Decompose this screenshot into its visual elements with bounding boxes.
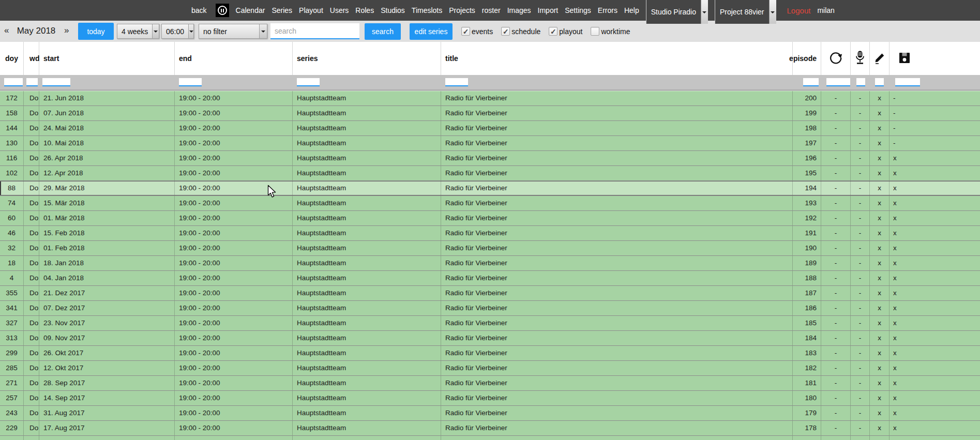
table-row[interactable]: 257Do,14. Sep 201719:00 - 20:00Hauptstad… [0,391,980,406]
table-row[interactable]: 116Do,26. Apr 201819:00 - 20:00Hauptstad… [0,151,980,166]
column-header-edit[interactable] [870,42,889,75]
column-header-save[interactable] [889,42,980,75]
column-header-rerun[interactable] [821,42,851,75]
cell-rerun: - [821,391,851,405]
nav-item-series[interactable]: Series [272,6,292,14]
table-row[interactable]: 4Do,04. Jan 201819:00 - 20:00Hauptstadtt… [0,271,980,286]
table-row[interactable]: 18Do,18. Jan 201819:00 - 20:00Hauptstadt… [0,256,980,271]
column-header-start[interactable]: start [39,42,175,75]
table-row[interactable]: 285Do,12. Okt 201719:00 - 20:00Hauptstad… [0,361,980,376]
filter-input-doy[interactable] [4,78,23,86]
time-select[interactable]: 06:00 [161,24,194,39]
cell-empty [889,436,980,440]
checkbox-events[interactable]: ✓events [461,27,493,36]
today-button[interactable]: today [78,23,114,40]
playout-checkbox-box[interactable]: ✓ [549,27,557,36]
schedule-checkbox-box[interactable]: ✓ [501,27,510,36]
table-row[interactable]: 158Do,07. Jun 201819:00 - 20:00Hauptstad… [0,106,980,121]
studio-select[interactable]: Studio Piradio [646,0,708,24]
nav-item-roles[interactable]: Roles [355,6,374,14]
column-header-mic[interactable] [851,42,870,75]
checkbox-playout[interactable]: ✓playout [549,27,582,36]
worktime-checkbox-box[interactable] [591,27,599,36]
logout-link[interactable]: Logout [787,6,811,15]
filter-input-wd[interactable] [26,78,38,86]
search-button[interactable]: search [365,23,401,40]
edit-series-button[interactable]: edit series [410,23,453,40]
table-row[interactable]: 32Do,01. Feb 201819:00 - 20:00Hauptstadt… [0,241,980,256]
table-row[interactable]: 130Do,10. Mai 201819:00 - 20:00Hauptstad… [0,136,980,151]
table-row[interactable]: 243Do,31. Aug 201719:00 - 20:00Hauptstad… [0,406,980,421]
table-row[interactable]: 355Do,21. Dez 201719:00 - 20:00Hauptstad… [0,286,980,301]
table-row[interactable]: 341Do,07. Dez 201719:00 - 20:00Hauptstad… [0,301,980,316]
nav-item-images[interactable]: Images [507,6,531,14]
table-row[interactable]: 229Do,17. Aug 201719:00 - 20:00Hauptstad… [0,421,980,436]
nav-item-timeslots[interactable]: Timeslots [412,6,442,14]
cell-start: 21. Dez 2017 [39,286,175,300]
filter-input-mic[interactable] [856,78,865,86]
column-header-end[interactable]: end [175,42,293,75]
table-row[interactable]: 313Do,09. Nov 201719:00 - 20:00Hauptstad… [0,331,980,346]
filter-input-save[interactable] [895,78,920,86]
table-row[interactable]: 102Do,12. Apr 201819:00 - 20:00Hauptstad… [0,166,980,181]
cell-start: 31. Aug 2017 [39,406,175,420]
cell-mic: - [851,166,870,180]
nav-item-errors[interactable]: Errors [598,6,617,14]
filter-input-episode[interactable] [803,78,819,86]
column-header-title[interactable]: title [441,42,793,75]
cell-edit: x [870,151,889,165]
prev-month-button[interactable]: « [4,25,9,36]
filter-input-start[interactable] [42,78,70,86]
cell-doy: 102 [0,166,24,180]
events-checkbox-box[interactable]: ✓ [461,27,470,36]
filter-input-edit[interactable] [875,78,884,86]
table-row[interactable]: 88Do,29. Mär 201819:00 - 20:00Hauptstadt… [0,181,980,196]
nav-item-calendar[interactable]: Calendar [236,6,265,14]
column-header-wd[interactable]: wd [24,42,39,75]
cell-doy: 144 [0,121,24,135]
table-row[interactable]: 74Do,15. Mär 201819:00 - 20:00Hauptstadt… [0,196,980,211]
filter-input-rerun[interactable] [826,78,850,86]
nav-item-roster[interactable]: roster [482,6,501,14]
project-select[interactable]: Project 88vier [715,0,776,24]
table-row[interactable]: 46Do,15. Feb 201819:00 - 20:00Hauptstadt… [0,226,980,241]
filter-select[interactable]: no filter [199,24,267,39]
column-header-episode[interactable]: episode [793,42,821,75]
cell-series: Hauptstadtteam [293,151,441,165]
nav-item-playout[interactable]: Playout [299,6,323,14]
chevron-down-icon[interactable] [259,24,267,38]
nav-back-link[interactable]: back [191,6,207,14]
filter-input-end[interactable] [179,78,202,86]
table-row[interactable]: 144Do,24. Mai 201819:00 - 20:00Hauptstad… [0,121,980,136]
search-input[interactable] [270,23,359,39]
column-header-doy[interactable]: doy [0,42,24,75]
cell-rerun: - [821,136,851,150]
column-header-series[interactable]: series [293,42,441,75]
checkbox-worktime[interactable]: worktime [591,27,630,36]
next-month-button[interactable]: » [64,25,69,36]
table-row[interactable]: 271Do,28. Sep 201719:00 - 20:00Hauptstad… [0,376,980,391]
checkbox-schedule[interactable]: ✓schedule [501,27,540,36]
cell-series: Hauptstadtteam [293,421,441,435]
chevron-down-icon[interactable] [701,0,708,24]
filter-input-series[interactable] [297,78,320,86]
cell-mic: - [851,376,870,390]
table-row[interactable]: 60Do,01. Mär 201819:00 - 20:00Hauptstadt… [0,211,980,226]
nav-item-projects[interactable]: Projects [449,6,475,14]
table-row[interactable]: 327Do,23. Nov 201719:00 - 20:00Hauptstad… [0,316,980,331]
range-select[interactable]: 4 weeks [117,24,159,39]
nav-item-studios[interactable]: Studios [381,6,405,14]
cell-rerun: - [821,301,851,315]
cell-title: Radio für Vierbeiner [441,241,793,255]
table-row[interactable]: 299Do,26. Okt 201719:00 - 20:00Hauptstad… [0,346,980,361]
cell-series: Hauptstadtteam [293,361,441,375]
nav-item-settings[interactable]: Settings [565,6,591,14]
filter-input-title[interactable] [445,78,468,86]
table-row[interactable]: 172Do,21. Jun 201819:00 - 20:00Hauptstad… [0,91,980,106]
chevron-down-icon[interactable] [188,24,193,38]
nav-item-import[interactable]: Import [538,6,559,14]
nav-item-users[interactable]: Users [330,6,349,14]
chevron-down-icon[interactable] [152,24,159,38]
nav-item-help[interactable]: Help [624,6,639,14]
chevron-down-icon[interactable] [769,0,776,24]
